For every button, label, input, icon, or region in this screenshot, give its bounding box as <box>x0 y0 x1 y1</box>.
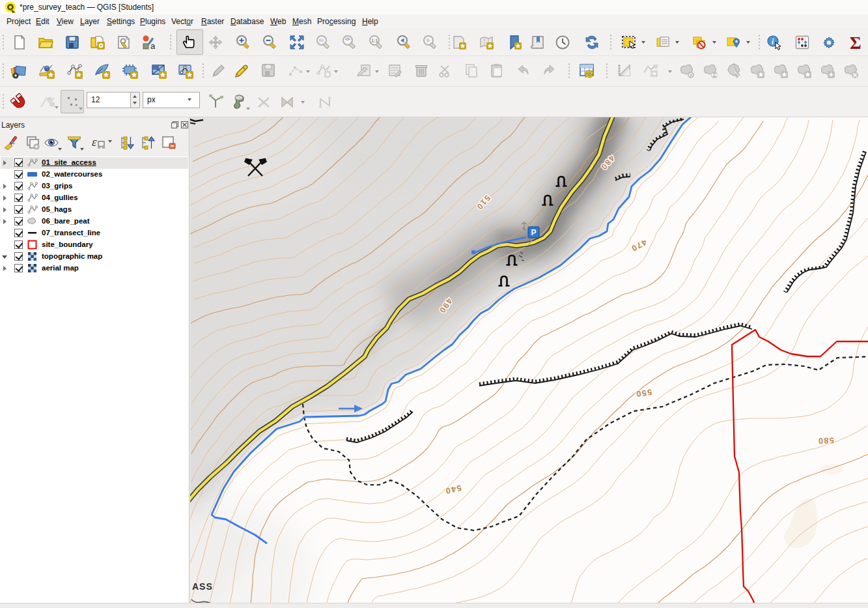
svg-text:Σ: Σ <box>850 35 861 50</box>
svg-text:ASS: ASS <box>192 581 213 592</box>
svg-text:P: P <box>531 228 536 237</box>
svg-text:ε: ε <box>92 135 97 149</box>
svg-text:1:1: 1:1 <box>371 38 378 43</box>
svg-text:a: a <box>150 41 156 50</box>
svg-text:580: 580 <box>817 436 834 446</box>
